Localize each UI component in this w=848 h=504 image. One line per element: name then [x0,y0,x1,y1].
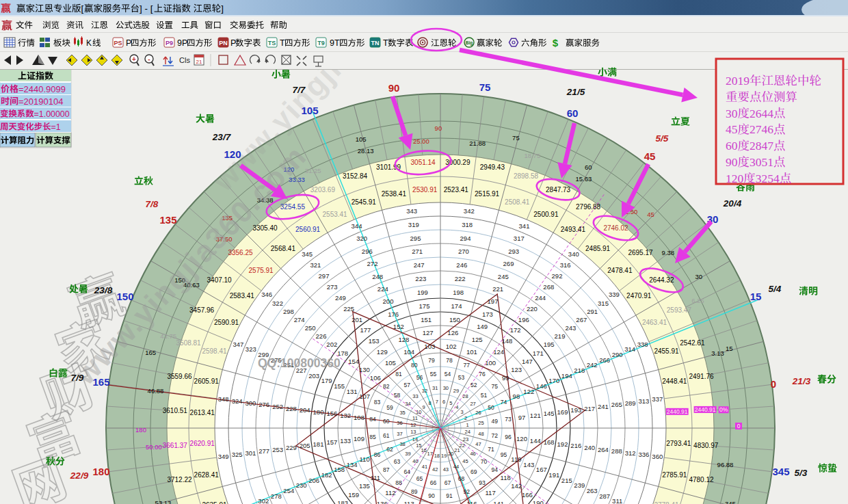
svg-text:-: - [148,55,150,63]
svg-text:294: 294 [460,235,471,242]
svg-text:143: 143 [523,461,534,468]
svg-text:347: 347 [233,341,243,348]
svg-text:268: 268 [543,283,554,291]
svg-text:312: 312 [625,449,636,457]
svg-text:142: 142 [511,482,522,490]
svg-text:172: 172 [510,326,521,334]
svg-text:144: 144 [530,437,541,445]
svg-text:129: 129 [377,348,388,356]
svg-text:105: 105 [385,359,396,367]
svg-text:269: 269 [503,260,514,267]
svg-text:2463.41: 2463.41 [642,319,667,326]
svg-text:267: 267 [576,316,587,323]
svg-text:PN: PN [219,40,228,47]
svg-text:296: 296 [362,248,373,255]
svg-text:81: 81 [395,371,402,377]
svg-text:194: 194 [561,372,572,380]
svg-text:2440.91: 2440.91 [695,406,716,413]
svg-text:176: 176 [388,310,399,318]
svg-text:322: 322 [272,300,283,307]
svg-text:66: 66 [430,479,437,486]
svg-text:39: 39 [405,451,410,457]
svg-text:QQ:100800360: QQ:100800360 [258,356,341,370]
svg-text:5/4: 5/4 [769,284,782,294]
svg-text:200: 200 [383,297,394,305]
svg-text:55: 55 [430,371,437,377]
svg-text:42: 42 [432,466,438,473]
svg-text:93: 93 [479,479,486,486]
svg-text:2: 2 [464,415,467,421]
svg-text:217: 217 [584,405,595,412]
svg-text:45: 45 [726,122,738,136]
svg-text:119: 119 [511,455,521,463]
svg-text:57: 57 [404,382,411,388]
svg-text:175: 175 [419,302,430,310]
svg-text:342: 342 [464,207,475,215]
svg-text:21.88: 21.88 [469,140,486,147]
svg-text:270: 270 [458,248,469,255]
svg-text:122: 122 [523,388,534,395]
svg-text:117: 117 [486,489,496,496]
svg-text:45: 45 [462,458,468,464]
svg-text:278: 278 [271,492,282,500]
svg-text:P9: P9 [165,40,173,47]
svg-text:290: 290 [612,351,623,358]
svg-text:2746: 2746 [750,122,773,136]
svg-text:60: 60 [585,163,592,171]
svg-text:78: 78 [446,357,453,364]
svg-text:125: 125 [472,336,483,343]
svg-text:K: K [86,38,92,48]
svg-text:11: 11 [412,415,418,421]
svg-text:90: 90 [428,492,435,499]
svg-text:14: 14 [412,436,418,442]
svg-text:Cls: Cls [179,56,190,64]
svg-text:2598.41: 2598.41 [202,347,227,355]
svg-text:2568.41: 2568.41 [271,245,296,252]
svg-text:3508.81: 3508.81 [176,339,202,347]
svg-text:273: 273 [327,283,338,291]
svg-text:288: 288 [611,447,622,455]
svg-text:165: 165 [92,376,109,388]
svg-text:170: 170 [548,377,559,384]
svg-text:128: 128 [398,336,409,343]
svg-text:156: 156 [326,410,337,417]
svg-text:116: 116 [466,500,477,504]
svg-text:341: 341 [519,222,530,230]
svg-text:25: 25 [478,420,483,426]
svg-text:148: 148 [501,337,512,345]
svg-text:3203.69: 3203.69 [310,186,336,194]
svg-text:13: 13 [410,429,416,435]
svg-text:254: 254 [283,487,294,494]
svg-text:56: 56 [416,374,423,381]
svg-text:97: 97 [518,414,526,421]
svg-text:340: 340 [568,250,579,258]
svg-text:3407.10: 3407.10 [207,276,233,284]
svg-text:243: 243 [565,324,576,332]
svg-text:30: 30 [695,273,703,280]
svg-text:21/5: 21/5 [566,87,585,97]
svg-text:29: 29 [453,388,459,394]
svg-text:72: 72 [492,432,499,439]
svg-text:32: 32 [422,388,427,394]
svg-text:15.63: 15.63 [576,175,592,183]
svg-text:177: 177 [360,326,371,334]
svg-text:3152.84: 3152.84 [343,172,368,180]
svg-text:74: 74 [501,399,507,406]
svg-text:141: 141 [493,500,504,504]
svg-text:2538.41: 2538.41 [382,190,407,198]
svg-text:8: 8 [429,400,432,406]
svg-text:132: 132 [340,412,351,419]
svg-text:131: 131 [347,388,358,395]
svg-text:89: 89 [411,488,418,495]
svg-text:320: 320 [356,235,367,242]
svg-text:96: 96 [505,434,512,440]
svg-text:205: 205 [300,442,310,449]
svg-text:245: 245 [498,273,509,280]
svg-text:61: 61 [383,432,390,439]
svg-text:2448.41: 2448.41 [662,377,687,385]
svg-text:94: 94 [492,466,499,473]
svg-text:183: 183 [337,499,348,504]
svg-text:9T: 9T [330,38,340,48]
svg-text:105: 105 [356,135,367,143]
svg-text:] - [: ] - [ [140,3,153,14]
